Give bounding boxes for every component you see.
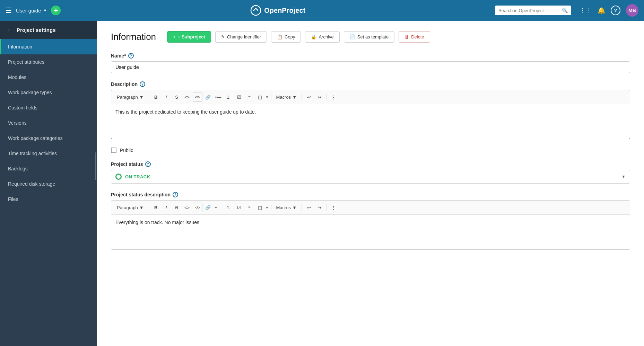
copy-label: Copy — [285, 34, 295, 39]
sidebar-item-work-package-categories[interactable]: Work package categories — [0, 131, 97, 146]
sidebar-item-versions[interactable]: Versions — [0, 115, 97, 131]
name-help-icon[interactable]: ? — [128, 53, 134, 59]
archive-label: Archive — [319, 34, 333, 39]
bullet-list-button[interactable]: •— — [214, 92, 223, 102]
app-name: OpenProject — [264, 7, 305, 15]
grid-icon[interactable]: ⋮⋮ — [580, 7, 592, 14]
sidebar-item-label: Information — [8, 44, 32, 50]
name-input[interactable] — [111, 61, 630, 73]
redo-button[interactable]: ↪ — [314, 92, 324, 102]
archive-button[interactable]: 🔒 Archive — [305, 31, 339, 43]
blockquote-button-2[interactable]: ❝ — [245, 203, 254, 212]
back-arrow-icon[interactable]: ← — [7, 26, 13, 34]
status-description-label: Project status description ? — [111, 192, 630, 197]
table-button[interactable]: ◫ — [255, 92, 265, 102]
description-field-section: Description ? Paragraph ▼ B I S <> </> 🔗 — [111, 81, 630, 139]
set-as-template-button[interactable]: 📄 Set as template — [344, 31, 394, 43]
sidebar-header: ← Project settings — [0, 21, 97, 39]
sidebar-item-project-attributes[interactable]: Project attributes — [0, 54, 97, 70]
description-help-icon[interactable]: ? — [140, 81, 145, 87]
public-label: Public — [120, 148, 133, 153]
status-description-body[interactable]: Everything is on track. No major issues. — [111, 215, 630, 249]
table-button-2[interactable]: ◫ — [255, 203, 265, 212]
sidebar-item-required-disk-storage[interactable]: Required disk storage — [0, 176, 97, 192]
hamburger-menu-icon[interactable]: ☰ — [6, 6, 12, 15]
italic-button[interactable]: I — [162, 92, 171, 102]
macros-select-2[interactable]: Macros ▼ — [273, 204, 300, 212]
link-button[interactable]: 🔗 — [203, 92, 213, 102]
sidebar-item-backlogs[interactable]: Backlogs — [0, 161, 97, 176]
macros-select[interactable]: Macros ▼ — [273, 93, 300, 101]
search-bar[interactable]: 🔍 — [495, 6, 571, 15]
status-description-help-icon[interactable]: ? — [173, 192, 178, 197]
project-status-label: Project status ? — [111, 161, 630, 167]
svg-point-0 — [251, 6, 261, 15]
add-project-button[interactable]: + — [51, 6, 61, 15]
sidebar-item-files[interactable]: Files — [0, 192, 97, 207]
undo-button[interactable]: ↩ — [304, 92, 314, 102]
description-body[interactable]: This is the project dedicated to keeping… — [111, 104, 630, 139]
project-status-dropdown[interactable]: ON TRACK ▼ — [111, 170, 630, 184]
more-button-2[interactable]: ⋮ — [329, 203, 338, 212]
toolbar-separator-8 — [326, 204, 327, 211]
redo-button-2[interactable]: ↪ — [314, 203, 324, 212]
paragraph-select[interactable]: Paragraph ▼ — [114, 93, 147, 101]
plus-icon: + — [173, 34, 176, 39]
change-identifier-label: Change identifier — [227, 34, 261, 39]
set-as-template-label: Set as template — [357, 34, 389, 39]
sidebar-item-label: Required disk storage — [8, 181, 55, 187]
subproject-button[interactable]: + + Subproject — [167, 31, 211, 43]
strikethrough-button-2[interactable]: S — [172, 203, 182, 212]
project-status-help-icon[interactable]: ? — [145, 161, 151, 167]
delete-label: Delete — [411, 34, 424, 39]
sidebar: ← Project settings Information Project a… — [0, 21, 97, 346]
ordered-list-button-2[interactable]: 1. — [224, 203, 234, 212]
public-checkbox[interactable] — [111, 148, 116, 153]
description-toolbar: Paragraph ▼ B I S <> </> 🔗 •— 1. ☑ ❝ ◫ ▼ — [111, 90, 630, 104]
help-button[interactable]: ? — [611, 6, 620, 15]
bold-button-2[interactable]: B — [151, 203, 161, 212]
project-selector[interactable]: User guide ▼ — [16, 8, 47, 14]
copy-button[interactable]: 📋 Copy — [271, 31, 301, 43]
search-input[interactable] — [498, 8, 559, 13]
sidebar-item-work-package-types[interactable]: Work package types — [0, 85, 97, 100]
avatar[interactable]: MB — [626, 4, 638, 17]
code-block-button[interactable]: </> — [193, 92, 202, 102]
toolbar-separator-6 — [271, 204, 271, 211]
toolbar-separator-5 — [149, 204, 149, 211]
sidebar-title: Project settings — [17, 27, 56, 33]
chevron-down-icon: ▼ — [139, 95, 144, 100]
delete-button[interactable]: 🗑 Delete — [399, 31, 430, 43]
more-button[interactable]: ⋮ — [329, 92, 338, 102]
name-field-section: Name* ? — [111, 53, 630, 73]
sidebar-item-custom-fields[interactable]: Custom fields — [0, 100, 97, 115]
sidebar-item-information[interactable]: Information — [0, 39, 97, 54]
bullet-list-button-2[interactable]: •— — [214, 203, 223, 212]
task-list-button-2[interactable]: ☑ — [234, 203, 244, 212]
code-button-2[interactable]: <> — [182, 203, 192, 212]
task-list-button[interactable]: ☑ — [234, 92, 244, 102]
paragraph-select-2[interactable]: Paragraph ▼ — [114, 204, 147, 212]
strikethrough-button[interactable]: S — [172, 92, 182, 102]
page-header: Information + + Subproject ✎ Change iden… — [111, 31, 630, 43]
toolbar-separator-2 — [271, 94, 271, 100]
sidebar-item-modules[interactable]: Modules — [0, 70, 97, 85]
change-identifier-button[interactable]: ✎ Change identifier — [215, 31, 267, 43]
code-button[interactable]: <> — [182, 92, 192, 102]
copy-icon: 📋 — [277, 34, 282, 39]
italic-button-2[interactable]: I — [162, 203, 171, 212]
bold-button[interactable]: B — [151, 92, 161, 102]
description-label: Description ? — [111, 81, 630, 87]
sidebar-item-label: Project attributes — [8, 59, 44, 65]
description-text: This is the project dedicated to keeping… — [115, 109, 256, 115]
subproject-label: + Subproject — [178, 34, 205, 39]
link-button-2[interactable]: 🔗 — [203, 203, 213, 212]
paragraph-label: Paragraph — [117, 95, 138, 100]
blockquote-button[interactable]: ❝ — [245, 92, 254, 102]
sidebar-item-label: Time tracking activities — [8, 151, 57, 156]
sidebar-item-time-tracking[interactable]: Time tracking activities — [0, 146, 97, 161]
ordered-list-button[interactable]: 1. — [224, 92, 234, 102]
code-block-button-2[interactable]: </> — [193, 203, 202, 212]
bell-icon[interactable]: 🔔 — [598, 7, 605, 14]
undo-button-2[interactable]: ↩ — [304, 203, 314, 212]
